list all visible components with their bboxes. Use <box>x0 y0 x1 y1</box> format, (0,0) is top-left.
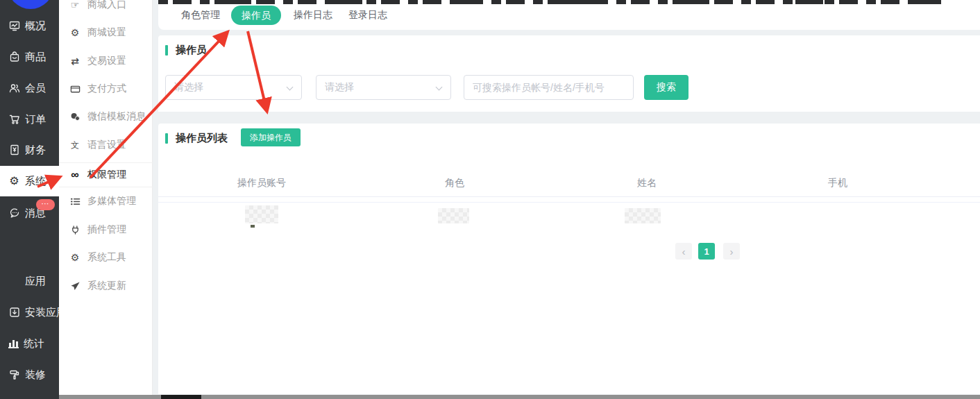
chevron-down-icon <box>287 84 294 91</box>
sidebar-item-label: 应用 <box>25 275 46 288</box>
menu-item-system-tools[interactable]: 系统工具 <box>59 244 153 271</box>
menu-item-shop-entry[interactable]: 商城入口 <box>59 0 153 19</box>
menu-item-payment-methods[interactable]: 支付方式 <box>59 75 153 103</box>
sidebar-item-statistics[interactable]: 统计 <box>0 328 59 359</box>
tools-gear-icon <box>69 252 81 263</box>
sidebar-item-finance[interactable]: 财务 <box>0 135 59 165</box>
col-header-phone: 手机 <box>828 177 847 189</box>
tab-role-management[interactable]: 角色管理 <box>176 9 225 22</box>
section-title-operator-list: 操作员列表 <box>165 132 228 145</box>
primary-sidebar: 概况 商品 会员 订单 财务 系统 <box>0 0 59 399</box>
menu-item-label: 支付方式 <box>87 83 126 95</box>
tab-bar: 角色管理 操作员 操作日志 登录日志 <box>158 0 980 30</box>
menu-item-plugin-management[interactable]: 插件管理 <box>59 216 153 244</box>
sidebar-item-system[interactable]: 系统 <box>0 166 59 196</box>
table-header-divider <box>158 196 980 197</box>
pagination-next-button[interactable]: › <box>723 243 740 260</box>
sidebar-item-label: 会员 <box>25 82 46 95</box>
secondary-sidebar: 商城入口 商城设置 交易设置 支付方式 微信模板消息 语言设置 权限管理 多媒体 <box>59 0 153 399</box>
redacted-role-cell <box>438 208 469 223</box>
menu-item-label: 商城入口 <box>87 0 126 11</box>
statistics-icon <box>8 339 19 348</box>
media-list-icon <box>69 196 81 207</box>
table-row-divider <box>158 202 980 203</box>
plugin-icon <box>69 224 81 235</box>
menu-item-media-management[interactable]: 多媒体管理 <box>59 187 153 215</box>
system-gear-icon <box>8 176 20 187</box>
orders-cart-icon <box>8 114 20 126</box>
status-select[interactable]: 请选择 <box>316 75 451 100</box>
menu-item-label: 系统工具 <box>87 251 126 264</box>
paper-plane-icon <box>69 280 81 291</box>
members-icon <box>8 83 20 94</box>
menu-item-label: 插件管理 <box>87 223 126 236</box>
operator-list-panel: 操作员列表 添加操作员 操作员账号 角色 姓名 手机 ‹ 1 › <box>158 124 980 394</box>
sidebar-item-members[interactable]: 会员 <box>0 73 59 103</box>
menu-item-wechat-template[interactable]: 微信模板消息 <box>59 103 153 130</box>
operator-search-input[interactable] <box>464 75 634 100</box>
menu-item-permission-management[interactable]: 权限管理 <box>59 162 153 187</box>
menu-item-label: 商城设置 <box>87 26 126 39</box>
admin-screen: 概况 商品 会员 订单 财务 系统 <box>0 0 980 399</box>
goods-icon <box>8 51 20 63</box>
sidebar-item-goods[interactable]: 商品 <box>0 42 59 72</box>
decoration-paint-roller-icon <box>8 369 20 381</box>
sidebar-item-decoration[interactable]: 装修 <box>0 359 59 390</box>
menu-item-trade-settings[interactable]: 交易设置 <box>59 47 153 75</box>
main-content: 角色管理 操作员 操作日志 登录日志 操作员 请选择 请选择 搜索 <box>158 0 980 399</box>
add-operator-button[interactable]: 添加操作员 <box>241 128 301 146</box>
menu-item-shop-settings[interactable]: 商城设置 <box>59 19 153 46</box>
clipped-text-strip <box>158 0 946 4</box>
menu-item-label: 系统更新 <box>87 280 126 292</box>
install-apps-icon <box>8 307 20 319</box>
menu-item-system-update[interactable]: 系统更新 <box>59 272 153 300</box>
tab-login-log[interactable]: 登录日志 <box>344 9 392 22</box>
section-title-operator: 操作员 <box>165 44 207 57</box>
logo-avatar[interactable] <box>8 0 53 9</box>
sidebar-item-label: 订单 <box>25 113 46 126</box>
sidebar-item-install-apps[interactable]: 安装应用 <box>0 297 59 328</box>
pagination-prev-button[interactable]: ‹ <box>675 243 692 260</box>
col-header-role: 角色 <box>445 177 464 189</box>
overview-icon <box>8 20 20 32</box>
pagination: ‹ 1 › <box>675 243 740 260</box>
search-button[interactable]: 搜索 <box>644 75 688 100</box>
col-header-account: 操作员账号 <box>237 177 286 189</box>
horizontal-scrollbar-thumb[interactable] <box>161 395 201 399</box>
sidebar-item-label: 财务 <box>25 144 46 157</box>
operator-filter-panel: 操作员 请选择 请选择 搜索 <box>158 35 980 112</box>
exchange-icon <box>69 56 81 67</box>
sidebar-item-orders[interactable]: 订单 <box>0 104 59 135</box>
sidebar-item-label: 系统 <box>25 175 46 188</box>
horizontal-scrollbar-track[interactable] <box>59 395 980 399</box>
gear-icon <box>69 27 81 38</box>
pagination-page-1[interactable]: 1 <box>698 243 715 260</box>
section-title-accent-bar <box>165 45 168 56</box>
table-header-row: 操作员账号 角色 姓名 手机 <box>158 177 980 192</box>
wechat-icon <box>69 111 81 122</box>
menu-item-label: 语言设置 <box>87 139 126 151</box>
chevron-down-icon <box>436 84 443 91</box>
shop-entry-icon <box>69 0 81 10</box>
apps-grid-icon <box>8 275 20 287</box>
filter-row: 请选择 请选择 搜索 <box>158 75 980 100</box>
menu-item-language-settings[interactable]: 语言设置 <box>59 131 153 159</box>
role-select[interactable]: 请选择 <box>165 75 302 100</box>
tab-operator[interactable]: 操作员 <box>231 6 281 25</box>
language-icon <box>69 139 81 151</box>
sidebar-item-apps[interactable]: 应用 <box>0 266 59 296</box>
sidebar-item-label: 统计 <box>24 337 44 350</box>
tab-operation-log[interactable]: 操作日志 <box>289 9 337 22</box>
finance-icon <box>8 144 20 156</box>
redacted-edit-icon <box>251 225 255 228</box>
sidebar-item-overview[interactable]: 概况 <box>0 10 59 41</box>
sidebar-item-label: 商品 <box>25 51 46 64</box>
redacted-name-cell <box>625 208 661 223</box>
menu-item-label: 微信模板消息 <box>87 110 146 123</box>
messages-chat-icon <box>8 207 20 219</box>
sidebar-item-label: 装修 <box>25 368 46 382</box>
menu-item-label: 多媒体管理 <box>87 195 136 207</box>
sidebar-item-label: 概况 <box>25 19 46 33</box>
bank-card-icon <box>69 83 81 94</box>
menu-item-label: 权限管理 <box>87 169 126 181</box>
